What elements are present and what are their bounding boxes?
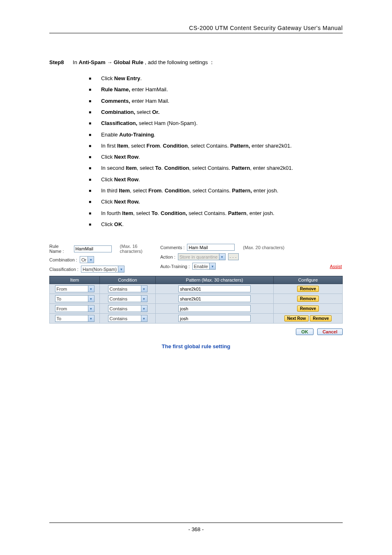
classification-label: Classification : [49, 267, 78, 272]
remove-button[interactable]: Remove [310, 315, 332, 321]
chevron-down-icon: ▾ [219, 254, 225, 260]
chevron-down-icon: ▾ [88, 257, 94, 263]
page-footer: - 368 - [49, 523, 343, 532]
condition-select[interactable]: Contains▾ [108, 295, 148, 302]
item-select[interactable]: From▾ [55, 305, 95, 312]
table-row: From▾Contains▾Remove [50, 284, 343, 294]
cancel-button[interactable]: Cancel [317, 328, 343, 335]
col-item: Item [50, 276, 100, 284]
col-pattern: Pattern (Max. 30 characters) [156, 276, 274, 284]
comments-input[interactable] [187, 244, 235, 251]
step-label: Step8 [49, 59, 64, 65]
list-item: Click Next Row. [89, 151, 343, 162]
list-item: In first Item, select From. Condition, s… [89, 140, 343, 151]
condition-select[interactable]: Contains▾ [108, 315, 148, 322]
rule-name-label: Rule Name : [49, 244, 71, 254]
chevron-down-icon: ▾ [141, 315, 147, 321]
list-item: Classification, select Ham (Non-Spam). [89, 118, 343, 129]
item-select[interactable]: From▾ [55, 285, 95, 292]
pattern-input[interactable] [178, 305, 251, 312]
pattern-input[interactable] [178, 285, 251, 292]
list-item: In fourth Item, select To. Condition, se… [89, 208, 343, 219]
action-select: Store in quarantine▾ [178, 253, 226, 260]
col-configure: Configure [274, 276, 343, 284]
pattern-input[interactable] [178, 315, 251, 322]
rules-table: Item Condition Pattern (Max. 30 characte… [49, 276, 343, 324]
remove-button[interactable]: Remove [297, 286, 319, 292]
remove-button[interactable]: Remove [297, 296, 319, 302]
assist-link[interactable]: Assist [330, 264, 342, 269]
chevron-down-icon: ▾ [141, 305, 147, 312]
chevron-down-icon: ▾ [88, 286, 94, 292]
rule-name-hint: (Max. 16 characters) [120, 244, 156, 254]
list-item: Rule Name, enter HamMail. [89, 84, 343, 95]
list-item: In second Item, select To. Condition, se… [89, 162, 343, 173]
chevron-down-icon: ▾ [141, 296, 147, 302]
classification-select[interactable]: Ham(Non-Spam)▾ [81, 266, 125, 273]
page-header: CS-2000 UTM Content Security Gateway Use… [49, 25, 343, 33]
chevron-down-icon: ▾ [118, 266, 124, 272]
item-select[interactable]: To▾ [55, 295, 95, 302]
list-item: Combination, select Or. [89, 106, 343, 118]
action-label: Action : [160, 254, 175, 259]
table-row: From▾Contains▾Remove [50, 304, 343, 314]
pattern-input[interactable] [178, 295, 251, 302]
item-select[interactable]: To▾ [55, 315, 95, 322]
ok-button[interactable]: OK [296, 328, 314, 335]
next-row-button[interactable]: Next Row [284, 315, 309, 321]
remove-button[interactable]: Remove [297, 305, 319, 312]
col-condition: Condition [100, 276, 156, 284]
chevron-down-icon: ▾ [88, 315, 94, 321]
form-screenshot: Rule Name : (Max. 16 characters) Combina… [49, 244, 343, 349]
list-item: In third Item, select From. Condition, s… [89, 185, 343, 196]
condition-select[interactable]: Contains▾ [108, 285, 148, 292]
table-row: To▾Contains▾Next Row Remove [50, 314, 343, 324]
comments-label: Comments : [160, 245, 184, 250]
list-item: Enable Auto-Training. [89, 129, 343, 140]
list-item: Click Next Row. [89, 174, 343, 185]
figure-caption: The first global rule setting [49, 343, 343, 349]
chevron-down-icon: ▾ [88, 305, 94, 312]
list-item: Click New Entry. [89, 73, 343, 84]
auto-training-label: Auto-Training : [160, 264, 190, 269]
rule-name-input[interactable] [74, 245, 112, 252]
table-row: To▾Contains▾Remove [50, 294, 343, 304]
comments-hint: (Max. 20 characters) [243, 245, 284, 250]
action-extra-input [228, 253, 239, 260]
list-item: Click Next Row. [89, 196, 343, 207]
list-item: Comments, enter Ham Mail. [89, 95, 343, 106]
condition-select[interactable]: Contains▾ [108, 305, 148, 312]
instruction-list: Click New Entry. Rule Name, enter HamMai… [49, 73, 343, 230]
chevron-down-icon: ▾ [209, 263, 215, 269]
auto-training-select[interactable]: Enable▾ [192, 263, 216, 270]
combination-label: Combination : [49, 257, 77, 262]
step-line: Step8 In Anti-Spam → Global Rule , add t… [49, 58, 343, 67]
combination-select[interactable]: Or▾ [80, 256, 94, 263]
list-item: Click OK. [89, 219, 343, 230]
chevron-down-icon: ▾ [141, 286, 147, 292]
chevron-down-icon: ▾ [88, 296, 94, 302]
